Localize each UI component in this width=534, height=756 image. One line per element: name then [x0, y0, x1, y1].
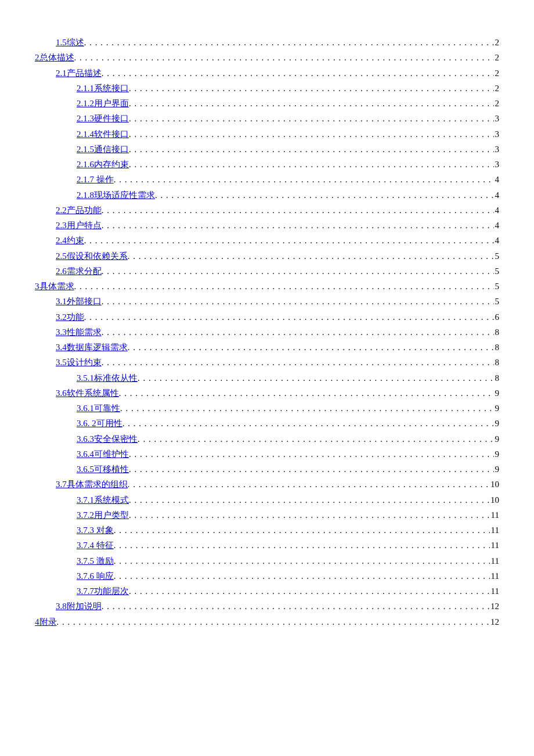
- toc-link[interactable]: 3.6. 2可用性: [77, 416, 122, 431]
- toc-entry: 2.1产品描述2: [35, 66, 499, 81]
- toc-leader-dots: [102, 355, 494, 370]
- toc-link[interactable]: 2.5假设和依赖关系: [56, 249, 128, 264]
- toc-link[interactable]: 2.1.4软件接口: [77, 127, 129, 142]
- toc-page-number: 11: [490, 584, 499, 599]
- toc-page-number: 9: [494, 462, 500, 477]
- toc-link[interactable]: 3.7.6 响应: [77, 568, 114, 584]
- toc-link[interactable]: 3.7.5 激励: [77, 553, 114, 568]
- toc-entry: 3.7.2用户类型11: [35, 507, 499, 523]
- toc-leader-dots: [129, 492, 489, 507]
- toc-leader-dots: [129, 157, 494, 172]
- toc-leader-dots: [129, 447, 494, 462]
- toc-leader-dots: [114, 172, 494, 187]
- toc-leader-dots: [57, 614, 490, 629]
- toc-page-number: 5: [494, 279, 500, 294]
- toc-page-number: 11: [490, 538, 499, 553]
- toc-link[interactable]: 3.4数据库逻辑需求: [56, 340, 128, 355]
- toc-leader-dots: [84, 309, 494, 325]
- toc-entry: 2.1.6内存约束3: [35, 157, 499, 172]
- toc-link[interactable]: 3.7.2用户类型: [77, 507, 129, 523]
- toc-link[interactable]: 3具体需求: [35, 279, 74, 294]
- toc-page-number: 2: [494, 66, 500, 81]
- toc-leader-dots: [122, 416, 494, 431]
- toc-link[interactable]: 3.5设计约束: [56, 355, 102, 370]
- toc-page-number: 3: [494, 111, 500, 126]
- toc-entry: 2.4约束4: [35, 233, 499, 248]
- toc-leader-dots: [84, 35, 494, 50]
- toc-page-number: 6: [494, 309, 500, 325]
- toc-entry: 2.1.3硬件接口3: [35, 111, 499, 126]
- toc-page-number: 9: [494, 447, 500, 462]
- toc-leader-dots: [129, 127, 494, 142]
- toc-entry: 3.6.4可维护性9: [35, 447, 499, 462]
- toc-leader-dots: [129, 111, 494, 126]
- toc-leader-dots: [114, 538, 490, 553]
- toc-link[interactable]: 3.7.3 对象: [77, 523, 114, 538]
- toc-link[interactable]: 3.6.5可移植性: [77, 462, 129, 477]
- toc-entry: 3.5.1标准依从性8: [35, 370, 499, 386]
- toc-entry: 3.2功能6: [35, 309, 499, 325]
- toc-entry: 3.6.5可移植性9: [35, 462, 499, 477]
- toc-link[interactable]: 3.6.4可维护性: [77, 447, 129, 462]
- toc-page-number: 8: [494, 325, 500, 340]
- toc-link[interactable]: 1.5综述: [56, 35, 84, 50]
- toc-leader-dots: [155, 188, 494, 203]
- toc-page-number: 12: [489, 614, 499, 629]
- toc-link[interactable]: 2.3用户特点: [56, 218, 102, 233]
- toc-leader-dots: [129, 142, 494, 157]
- toc-link[interactable]: 2.1.5通信接口: [77, 142, 129, 157]
- toc-link[interactable]: 2总体描述: [35, 50, 74, 65]
- toc-link[interactable]: 4附录: [35, 614, 57, 629]
- toc-leader-dots: [84, 233, 494, 248]
- toc-link[interactable]: 3.8附加说明: [56, 599, 102, 614]
- toc-link[interactable]: 3.7.4 特征: [77, 538, 114, 553]
- toc-entry: 2.2产品功能4: [35, 203, 499, 218]
- toc-entry: 3.1外部接口5: [35, 294, 499, 309]
- toc-entry: 2.1.8现场适应性需求4: [35, 188, 499, 203]
- toc-link[interactable]: 3.2功能: [56, 309, 84, 325]
- toc-leader-dots: [102, 66, 494, 81]
- toc-link[interactable]: 3.1外部接口: [56, 294, 102, 309]
- toc-link[interactable]: 3.7.1系统模式: [77, 492, 129, 507]
- toc-link[interactable]: 3.6软件系统属性: [56, 386, 119, 401]
- toc-page-number: 4: [494, 203, 500, 218]
- toc-page-number: 3: [494, 157, 500, 172]
- toc-entry: 3.7.5 激励11: [35, 553, 499, 568]
- toc-entry: 3.6软件系统属性9: [35, 386, 499, 401]
- toc-link[interactable]: 2.1.7 操作: [77, 172, 114, 187]
- toc-page-number: 11: [490, 568, 499, 584]
- toc-link[interactable]: 3.7具体需求的组织: [56, 477, 128, 492]
- toc-page-number: 9: [494, 386, 500, 401]
- toc-page-number: 2: [494, 96, 500, 111]
- toc-leader-dots: [102, 264, 494, 279]
- toc-link[interactable]: 2.1.3硬件接口: [77, 111, 129, 126]
- toc-link[interactable]: 2.2产品功能: [56, 203, 102, 218]
- toc-link[interactable]: 2.1.1系统接口: [77, 81, 129, 96]
- toc-link[interactable]: 2.1.8现场适应性需求: [77, 188, 155, 203]
- toc-page-number: 5: [494, 294, 500, 309]
- toc-leader-dots: [120, 401, 494, 416]
- toc-link[interactable]: 3.5.1标准依从性: [77, 370, 138, 386]
- toc-entry: 2.6需求分配5: [35, 264, 499, 279]
- toc-leader-dots: [114, 568, 490, 584]
- toc-link[interactable]: 3.3性能需求: [56, 325, 102, 340]
- toc-entry: 3.3性能需求8: [35, 325, 499, 340]
- toc-page-number: 9: [494, 401, 500, 416]
- toc-link[interactable]: 2.4约束: [56, 233, 84, 248]
- toc-page-number: 3: [494, 142, 500, 157]
- toc-link[interactable]: 2.1.6内存约束: [77, 157, 129, 172]
- toc-link[interactable]: 3.6.1可靠性: [77, 401, 120, 416]
- toc-link[interactable]: 3.6.3安全保密性: [77, 431, 138, 447]
- toc-link[interactable]: 2.6需求分配: [56, 264, 102, 279]
- toc-page-number: 4: [494, 188, 500, 203]
- toc-link[interactable]: 2.1产品描述: [56, 66, 102, 81]
- toc-entry: 2.3用户特点4: [35, 218, 499, 233]
- toc-leader-dots: [102, 203, 494, 218]
- toc-leader-dots: [74, 279, 494, 294]
- toc-link[interactable]: 2.1.2用户界面: [77, 96, 129, 111]
- toc-entry: 3.7.4 特征11: [35, 538, 499, 553]
- toc-page-number: 11: [490, 553, 499, 568]
- toc-entry: 3具体需求5: [35, 279, 499, 294]
- toc-link[interactable]: 3.7.7功能层次: [77, 584, 129, 599]
- toc-page-number: 4: [494, 172, 500, 187]
